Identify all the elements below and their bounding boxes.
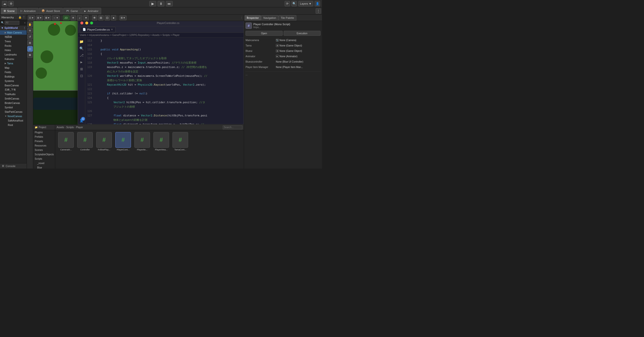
settings-icon[interactable]: ⚙	[8, 1, 14, 6]
explorer-icon[interactable]: 📁	[79, 39, 84, 44]
scene-menu[interactable]: ⋮	[23, 27, 26, 29]
fb-presets[interactable]: Presets	[33, 139, 55, 143]
hierarchy-menu[interactable]: ⋮	[22, 16, 25, 19]
hierarchy-item-symbol[interactable]: Symbol	[0, 105, 27, 110]
pause-button[interactable]: ⏸	[158, 1, 164, 6]
hierarchy-item-smith-canvas[interactable]: SmithCanvas	[0, 96, 27, 101]
rotate-tool-btn[interactable]: ↺	[27, 34, 33, 39]
play-button[interactable]: ▶	[149, 1, 156, 6]
asset-search-input[interactable]	[223, 125, 242, 129]
hierarchy-item-fields[interactable]: Fields	[0, 70, 27, 74]
asset-item-player-wea[interactable]: # PlayerWea...	[152, 132, 170, 167]
camera-view[interactable]: 👁	[92, 15, 97, 21]
hierarchy-item-binder-canvas[interactable]: BinderCanvas	[0, 101, 27, 105]
gizmo-dropdown[interactable]: ⊞ ▼	[36, 16, 43, 20]
line-content-125c: ブジェクトの座標	[94, 105, 244, 109]
hierarchy-item-landmarks[interactable]: Landmarks	[0, 52, 27, 57]
tab-animation[interactable]: ▷ Animation	[18, 8, 38, 14]
fx-toggle[interactable]: ✦	[83, 15, 89, 21]
hand-tool-btn[interactable]: ✋	[27, 22, 33, 27]
fb-scenes[interactable]: Scenes	[33, 148, 55, 152]
fb-prefabs[interactable]: Prefabs	[33, 135, 55, 139]
audio-toggle[interactable]: ♪	[77, 15, 82, 21]
tab-game[interactable]: 🎮 Game	[63, 8, 80, 14]
scene-viewport[interactable]: 🤖 🧝 カクゾー人物 人物	[33, 21, 244, 125]
tab-asset-store[interactable]: 📦 Asset Store	[39, 8, 63, 14]
code-tab-player-controller[interactable]: 📄 PlayerController.cs ✕	[80, 27, 116, 32]
2d-toggle[interactable]: 2D	[63, 16, 70, 20]
structure-icon[interactable]: ⊡	[79, 73, 84, 78]
render-dropdown[interactable]: ⊠ ▼	[44, 16, 51, 20]
tab-animator[interactable]: ► Animator	[81, 8, 101, 14]
hierarchy-item-holes[interactable]: Holes	[0, 48, 27, 52]
asset-item-controller[interactable]: # Controller	[76, 132, 94, 167]
hierarchy-item-rocks[interactable]: Rocks	[0, 44, 27, 48]
rect-tool-btn[interactable]: ⊡	[27, 46, 33, 52]
extensions-icon[interactable]: ⊞	[79, 67, 84, 71]
asset-item-camera-m[interactable]: # CameraM...	[57, 132, 75, 167]
hierarchy-add[interactable]: +	[24, 21, 26, 24]
layers-dropdown[interactable]: Layers ▼	[298, 1, 313, 6]
hierarchy-item-map[interactable]: Map	[0, 66, 27, 70]
move-tool-btn[interactable]: ✛	[27, 28, 33, 33]
hierarchy-search-input[interactable]	[5, 21, 19, 25]
asset-item-player-ite[interactable]: # PlayerIte...	[134, 132, 151, 167]
debug-toggle[interactable]: ●	[111, 15, 116, 21]
grid-toggle[interactable]: ⊞	[98, 15, 104, 21]
tab-navigation[interactable]: Navigation	[261, 15, 278, 21]
hierarchy-item-trees[interactable]: Trees	[0, 39, 27, 44]
tab-scene[interactable]: ⊞ Scene	[1, 8, 17, 14]
hierarchy-item-safe-area[interactable]: SafeAreaRoot	[0, 118, 27, 123]
physics-toggle[interactable]: ⊡	[104, 15, 110, 21]
more-icon[interactable]: ⋮	[316, 8, 321, 14]
fb-plugins[interactable]: Plugins	[33, 130, 55, 135]
light-toggle[interactable]: ☀	[70, 15, 76, 21]
asset-item-follow-play[interactable]: # FollowPlay...	[95, 132, 113, 167]
open-button[interactable]: Open	[246, 31, 283, 36]
account-icon[interactable]: 👤	[315, 1, 320, 6]
code-tab-close[interactable]: ✕	[111, 28, 113, 31]
hierarchy-item-star-park[interactable]: StarParkCanvas	[0, 110, 27, 114]
hierarchy-item-root[interactable]: Root	[0, 123, 27, 127]
history-icon[interactable]: ⟳	[284, 1, 290, 6]
extra-dropdown[interactable]: ⊞ ▼	[120, 16, 126, 20]
tab-tile-palette[interactable]: Tile Palette	[278, 15, 296, 21]
execution-button[interactable]: Execution	[284, 31, 321, 36]
search-icon[interactable]: 🔍	[292, 1, 297, 6]
fb-scriptable-objects[interactable]: ScriptableObjects	[33, 152, 55, 157]
hierarchy-item-map-line[interactable]: 地図線	[0, 35, 27, 39]
overlay-dropdown[interactable]: ↔ ▼	[52, 16, 60, 20]
step-button[interactable]: ⏭	[166, 1, 173, 6]
toolbar-more[interactable]: ⋮	[240, 16, 243, 19]
hierarchy-item-buildings[interactable]: Buildings	[0, 74, 27, 79]
close-button[interactable]	[80, 22, 83, 25]
hierarchy-lock[interactable]: 🔒	[18, 16, 22, 19]
cloud-icon[interactable]: ☁	[2, 1, 7, 6]
hierarchy-item-novel-canvas[interactable]: ▼ NovelCanvas	[0, 114, 27, 118]
scene-root[interactable]: ▼ SplitWorld ⋮	[0, 26, 27, 30]
hierarchy-item-systems[interactable]: Systems	[0, 79, 27, 83]
hierarchy-item-trial-audio[interactable]: TrialAudio	[0, 92, 27, 96]
fb-scripts[interactable]: Scripts	[33, 157, 55, 161]
fb-blue[interactable]: Blue	[33, 165, 55, 169]
line-content-119c: めにカメラのz座標を設定	[94, 70, 244, 74]
maximize-button[interactable]	[90, 22, 93, 25]
fb-novel[interactable]: _novel	[33, 161, 55, 165]
minimize-button[interactable]	[85, 22, 88, 25]
transform-tool-btn[interactable]: ✤	[27, 52, 33, 58]
hierarchy-item-basic-canvas[interactable]: BasicCanvas	[0, 83, 27, 88]
debug-code-icon[interactable]: ►	[79, 60, 84, 65]
scale-tool-btn[interactable]: ⊞	[27, 40, 33, 46]
git-icon[interactable]: ⎇	[79, 53, 84, 58]
hierarchy-item-stone[interactable]: 石碑_下有	[0, 88, 27, 92]
scene-view-dropdown[interactable]: ⊡ ▼	[28, 16, 35, 20]
hierarchy-item-main-camera[interactable]: ▶ Main Camera	[0, 30, 27, 35]
asset-item-tama-cont[interactable]: # TamaCont...	[172, 132, 189, 167]
asset-item-player-cont[interactable]: # PlayerCont...	[114, 132, 132, 167]
search-code-icon[interactable]: 🔍	[79, 46, 84, 51]
tab-inspector[interactable]: ℹ Inspector	[244, 15, 261, 21]
scene-icon: ⊞	[4, 9, 6, 13]
hierarchy-item-tama[interactable]: ▶ Tama	[0, 61, 27, 66]
hierarchy-item-kakuzou[interactable]: Kakuzou	[0, 57, 27, 61]
fb-resources[interactable]: Resources	[33, 143, 55, 148]
